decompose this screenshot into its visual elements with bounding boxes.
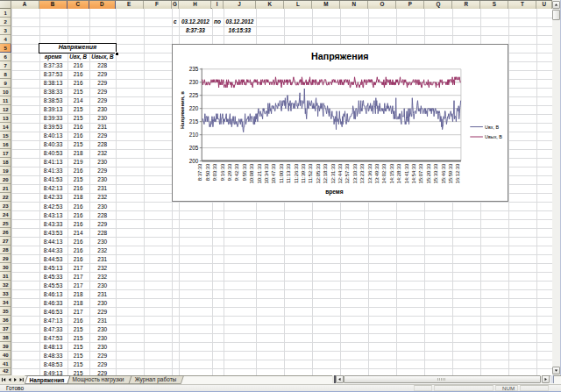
svg-text:225: 225 [188, 92, 198, 98]
svg-text:Мощность нагрузки: Мощность нагрузки [73, 376, 124, 383]
svg-text:8:50:33: 8:50:33 [204, 163, 209, 181]
svg-text:11:13:33: 11:13:33 [286, 163, 291, 183]
svg-text:15:46:33: 15:46:33 [440, 163, 445, 184]
svg-text:15:33:33: 15:33:33 [433, 163, 438, 184]
svg-text:9:29:33: 9:29:33 [227, 163, 232, 181]
svg-text:14:02:33: 14:02:33 [381, 163, 387, 184]
svg-text:16:12:33: 16:12:33 [455, 163, 460, 184]
svg-text:215: 215 [188, 118, 198, 125]
svg-text:Напряжения: Напряжения [311, 51, 368, 61]
svg-text:14:15:33: 14:15:33 [388, 163, 394, 184]
svg-text:11:00:33: 11:00:33 [278, 163, 283, 183]
svg-text:230: 230 [188, 79, 198, 85]
svg-text:10:08:33: 10:08:33 [249, 163, 254, 184]
svg-text:11:39:33: 11:39:33 [301, 163, 306, 183]
svg-text:Напряжения: Напряжения [30, 376, 65, 383]
svg-text:13:10:33: 13:10:33 [352, 163, 357, 184]
svg-text:14:41:33: 14:41:33 [403, 163, 408, 184]
svg-text:9:42:33: 9:42:33 [234, 163, 239, 181]
svg-text:Журнал работы: Журнал работы [135, 376, 177, 383]
svg-text:Напряжения, в: Напряжения, в [180, 91, 185, 129]
svg-text:210: 210 [188, 132, 198, 138]
svg-text:13:36:33: 13:36:33 [366, 163, 372, 184]
svg-text:235: 235 [188, 66, 198, 72]
svg-text:12:57:33: 12:57:33 [344, 163, 350, 184]
svg-text:Uвх, В: Uвх, В [485, 125, 499, 130]
svg-text:14:28:33: 14:28:33 [396, 163, 401, 184]
svg-text:время: время [325, 189, 344, 196]
svg-text:8:37:33: 8:37:33 [197, 163, 202, 181]
svg-text:11:26:33: 11:26:33 [293, 163, 298, 183]
svg-text:15:07:33: 15:07:33 [418, 163, 423, 184]
svg-text:220: 220 [188, 105, 198, 111]
svg-text:11:52:33: 11:52:33 [308, 163, 313, 183]
svg-text:14:54:33: 14:54:33 [411, 163, 416, 184]
svg-text:12:05:33: 12:05:33 [315, 163, 320, 184]
svg-text:12:44:33: 12:44:33 [337, 163, 343, 184]
svg-text:15:59:33: 15:59:33 [448, 163, 453, 184]
svg-text:10:34:33: 10:34:33 [264, 163, 269, 184]
svg-text:9:03:33: 9:03:33 [212, 163, 217, 181]
svg-text:9:16:33: 9:16:33 [219, 163, 224, 181]
svg-text:12:31:33: 12:31:33 [330, 163, 335, 184]
svg-text:10:21:33: 10:21:33 [256, 163, 261, 184]
svg-text:205: 205 [188, 145, 198, 151]
svg-text:12:18:33: 12:18:33 [323, 163, 328, 184]
svg-text:9:55:33: 9:55:33 [241, 163, 246, 181]
svg-text:15:20:33: 15:20:33 [425, 163, 430, 184]
svg-text:Uвых, В: Uвых, В [485, 135, 502, 140]
svg-text:13:23:33: 13:23:33 [359, 163, 365, 184]
svg-text:200: 200 [188, 158, 198, 164]
svg-text:13:49:33: 13:49:33 [374, 163, 380, 184]
svg-text:10:47:33: 10:47:33 [271, 163, 276, 184]
